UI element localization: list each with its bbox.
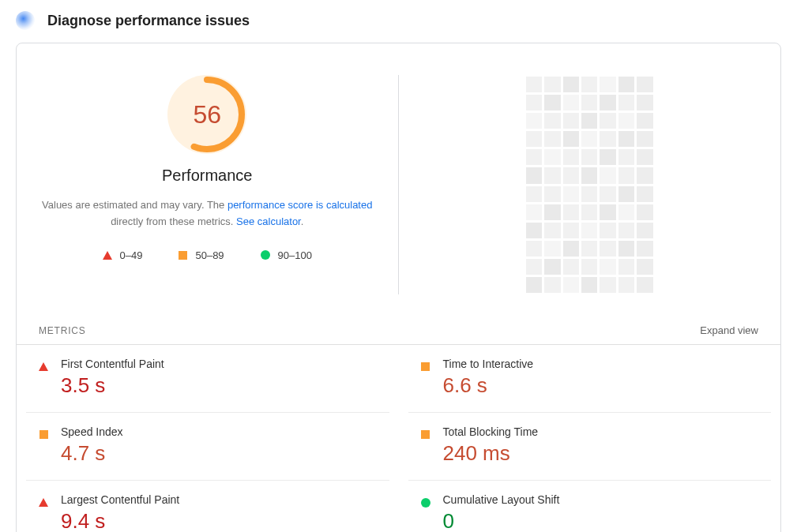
legend-item: 90–100 xyxy=(261,249,312,261)
legend-item: 0–49 xyxy=(103,249,143,261)
legend-label: 50–89 xyxy=(195,249,224,261)
metric-name: Time to Interactive xyxy=(443,358,759,370)
square-icon xyxy=(179,251,187,260)
metric-value: 6.6 s xyxy=(443,373,759,398)
square-icon xyxy=(421,362,430,371)
metric-row: Speed Index4.7 s xyxy=(26,413,389,481)
metrics-grid: First Contentful Paint3.5 sTime to Inter… xyxy=(17,345,780,532)
score-legend: 0–4950–8990–100 xyxy=(103,249,312,261)
metrics-header: METRICS Expand view xyxy=(17,318,780,345)
triangle-icon xyxy=(39,498,48,507)
metric-value: 0 xyxy=(443,509,759,532)
performance-card: 56 Performance Values are estimated and … xyxy=(16,43,781,532)
metric-name: Largest Contentful Paint xyxy=(61,493,377,506)
metric-row: First Contentful Paint3.5 s xyxy=(26,345,389,413)
desc-text: . xyxy=(301,215,304,227)
metric-name: Total Blocking Time xyxy=(443,425,759,438)
circle-icon xyxy=(261,250,270,260)
desc-text: Values are estimated and may vary. The xyxy=(42,199,227,211)
metric-value: 240 ms xyxy=(443,441,759,466)
metric-row: Total Blocking Time240 ms xyxy=(408,413,772,481)
page-title: Diagnose performance issues xyxy=(47,13,250,29)
metric-name: Cumulative Layout Shift xyxy=(443,493,759,506)
expand-view-button[interactable]: Expand view xyxy=(700,324,758,336)
score-description: Values are estimated and may vary. The p… xyxy=(40,197,374,230)
metric-name: First Contentful Paint xyxy=(61,358,377,370)
score-category: Performance xyxy=(162,167,253,185)
metric-name: Speed Index xyxy=(61,425,377,438)
legend-label: 0–49 xyxy=(120,249,143,261)
score-gauge: 56 xyxy=(167,75,246,154)
summary-row: 56 Performance Values are estimated and … xyxy=(17,43,780,318)
gauge-icon xyxy=(16,11,35,30)
legend-label: 90–100 xyxy=(278,249,312,261)
see-calculator-link[interactable]: See calculator xyxy=(236,215,301,227)
metric-row: Largest Contentful Paint9.4 s xyxy=(26,481,389,532)
circle-icon xyxy=(421,498,430,508)
score-calc-link[interactable]: performance score is calculated xyxy=(227,199,373,211)
metric-value: 3.5 s xyxy=(61,373,377,398)
square-icon xyxy=(421,430,430,439)
triangle-icon xyxy=(39,362,48,371)
legend-item: 50–89 xyxy=(179,249,224,261)
preview-column xyxy=(399,75,781,294)
metrics-label: METRICS xyxy=(39,325,86,336)
metric-row: Time to Interactive6.6 s xyxy=(408,345,772,413)
metric-value: 4.7 s xyxy=(61,441,377,466)
desc-text: directly from these metrics. xyxy=(111,215,236,227)
page-header: Diagnose performance issues xyxy=(16,8,781,43)
triangle-icon xyxy=(103,251,112,260)
score-column: 56 Performance Values are estimated and … xyxy=(17,75,399,294)
square-icon xyxy=(39,430,48,439)
metric-value: 9.4 s xyxy=(61,509,377,532)
score-value: 56 xyxy=(167,75,246,154)
page-thumbnail xyxy=(524,75,655,294)
metric-row: Cumulative Layout Shift0 xyxy=(408,481,772,532)
